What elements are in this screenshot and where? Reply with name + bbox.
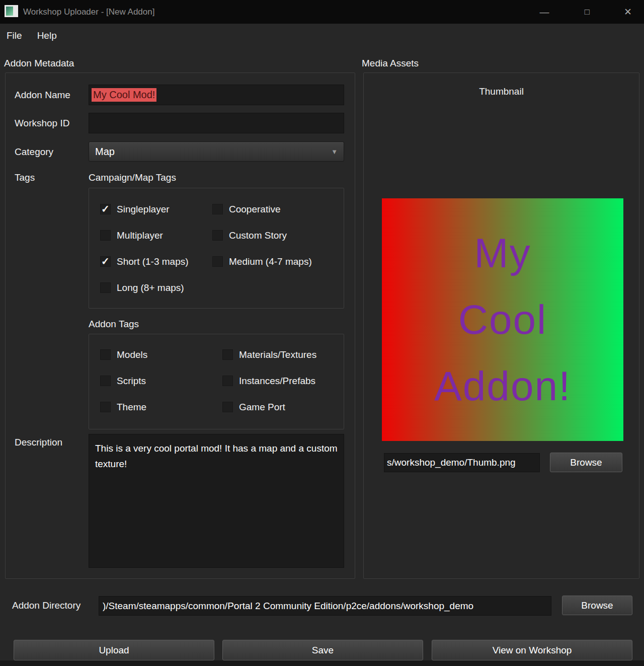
tags-label: Tags [15,172,35,183]
addon-name-label: Addon Name [15,90,70,101]
save-button[interactable]: Save [222,640,423,660]
description-textarea[interactable]: This is a very cool portal mod! It has a… [89,434,344,568]
thumbnail-label: Thumbnail [364,86,639,97]
checkbox-item-custom-story[interactable]: Custom Story [212,230,344,241]
menu-help[interactable]: Help [37,30,57,41]
addon-metadata-panel: Addon Name My Cool Mod! Workshop ID Cate… [5,72,355,579]
maximize-button[interactable]: □ [570,0,604,24]
checkbox[interactable] [100,349,111,360]
title-bar: Workshop Uploader - [New Addon] — □ ✕ [0,0,644,24]
addon-name-input[interactable]: My Cool Mod! [89,85,344,105]
media-assets-panel: Thumbnail My Cool Addon! s/workshop_demo… [363,72,639,579]
checkbox-item-singleplayer[interactable]: Singleplayer [100,204,212,214]
window-bottom-edge [0,660,644,666]
checkbox-label: Models [117,349,147,360]
app-icon-image [6,7,13,16]
thumbnail-path-input[interactable]: s/workshop_demo/Thumb.png [384,453,540,472]
thumbnail-browse-button[interactable]: Browse [550,453,622,472]
addon-directory-label: Addon Directory [12,600,80,611]
checkbox-item-materials-textures[interactable]: Materials/Textures [222,349,344,360]
addon-name-selected-text: My Cool Mod! [92,88,156,102]
minimize-button[interactable]: — [527,0,561,24]
checkbox[interactable] [100,402,111,412]
checkbox[interactable] [212,256,223,267]
close-button[interactable]: ✕ [613,0,642,24]
menu-file[interactable]: File [7,30,22,41]
campaign-tags-title: Campaign/Map Tags [89,172,176,183]
minimize-icon: — [540,7,549,18]
checkbox-item-theme[interactable]: Theme [100,402,222,412]
checkbox[interactable] [222,376,233,386]
checkbox[interactable] [100,282,111,293]
workshop-id-label: Workshop ID [15,118,69,129]
checkbox-item-short[interactable]: Short (1-3 maps) [100,256,212,267]
checkbox-label: Scripts [117,376,146,387]
checkbox[interactable] [212,204,223,214]
thumbnail-preview: My Cool Addon! [382,198,623,441]
category-selected-value: Map [95,146,115,158]
checkbox-item-multiplayer[interactable]: Multiplayer [100,230,212,241]
window-title: Workshop Uploader - [New Addon] [23,0,154,24]
checkbox[interactable] [222,402,233,412]
checkbox[interactable] [100,230,111,241]
checkbox-item-medium[interactable]: Medium (4-7 maps) [212,256,344,267]
thumbnail-text-line: Cool [458,299,547,340]
checkbox[interactable] [222,349,233,360]
menu-bar: File Help [0,24,644,48]
checkbox[interactable] [100,376,111,386]
checkbox-label: Materials/Textures [239,349,316,360]
campaign-tags-group: Singleplayer Cooperative Multiplayer Cus… [89,188,344,309]
media-assets-section-title: Media Assets [362,58,419,69]
view-on-workshop-button[interactable]: View on Workshop [432,640,632,660]
checkbox[interactable] [100,256,111,267]
thumbnail-text-line: My [474,233,531,274]
checkbox-item-game-port[interactable]: Game Port [222,402,344,412]
checkbox-label: Cooperative [229,204,280,215]
checkbox-item-models[interactable]: Models [100,349,222,360]
checkbox-label: Long (8+ maps) [117,282,184,293]
thumbnail-text-line: Addon! [434,365,571,407]
addon-tags-title: Addon Tags [89,319,139,330]
close-icon: ✕ [624,6,632,18]
checkbox-label: Singleplayer [117,204,170,215]
category-label: Category [15,146,53,158]
description-label: Description [15,437,62,448]
maximize-icon: □ [585,7,590,17]
checkbox[interactable] [212,230,223,241]
addon-metadata-section-title: Addon Metadata [4,58,74,69]
checkbox-label: Custom Story [229,230,287,241]
checkbox[interactable] [100,204,111,214]
checkbox-label: Instances/Prefabs [239,376,315,387]
checkbox-item-long[interactable]: Long (8+ maps) [100,282,212,293]
checkbox-label: Theme [117,402,146,413]
checkbox-label: Multiplayer [117,230,163,241]
checkbox-item-instances-prefabs[interactable]: Instances/Prefabs [222,376,344,386]
checkbox-item-scripts[interactable]: Scripts [100,376,222,386]
category-select[interactable]: Map ▼ [89,141,344,162]
app-icon [5,5,18,17]
checkbox-label: Medium (4-7 maps) [229,256,312,267]
checkbox-label: Short (1-3 maps) [117,256,189,267]
addon-directory-input[interactable]: )/Steam/steamapps/common/Portal 2 Commun… [99,596,551,616]
checkbox-label: Game Port [239,402,285,413]
addon-tags-group: Models Materials/Textures Scripts Instan… [89,334,344,429]
upload-button[interactable]: Upload [14,640,214,660]
workshop-id-input[interactable] [89,113,344,133]
checkbox-item-cooperative[interactable]: Cooperative [212,204,344,214]
directory-browse-button[interactable]: Browse [562,596,632,615]
chevron-down-icon: ▼ [331,148,338,156]
